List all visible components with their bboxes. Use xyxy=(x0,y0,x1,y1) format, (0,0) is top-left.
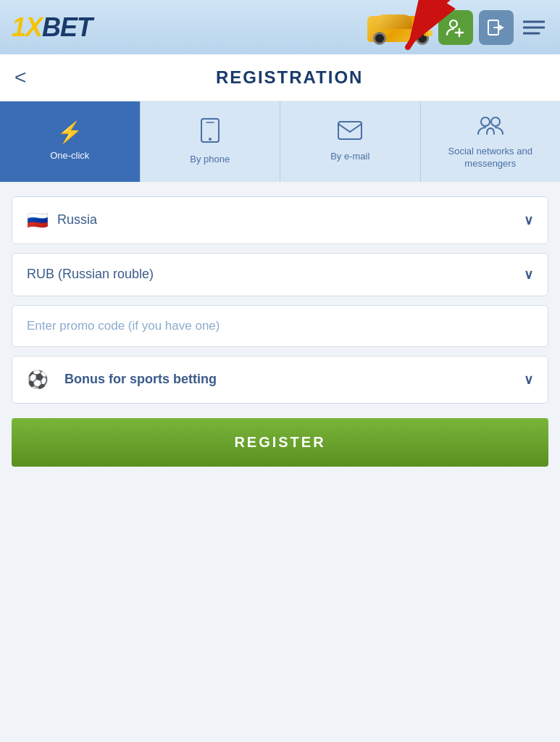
svg-point-11 xyxy=(209,138,212,141)
soccer-ball-icon: ⚽ xyxy=(27,370,49,390)
registration-tabs: ⚡ One-click By phone By e-mail xyxy=(0,101,560,182)
phone-icon xyxy=(201,118,220,146)
bonus-label: Bonus for sports betting xyxy=(64,372,217,387)
login-button[interactable] xyxy=(479,10,514,45)
bonus-selector-left: ⚽ Bonus for sports betting xyxy=(27,370,217,390)
page-title: REGISTRATION xyxy=(33,67,546,88)
currency-selector[interactable]: RUB (Russian rouble) ∨ xyxy=(12,253,548,296)
currency-selector-left: RUB (Russian rouble) xyxy=(27,267,154,282)
header-buttons xyxy=(438,10,548,45)
promo-code-field[interactable]: Enter promo code (if you have one) xyxy=(12,305,548,347)
currency-chevron-icon: ∨ xyxy=(524,267,533,283)
russia-flag: 🇷🇺 xyxy=(27,210,49,230)
form-area: 🇷🇺 Russia ∨ RUB (Russian rouble) ∨ Enter… xyxy=(0,182,560,481)
tab-by-email-label: By e-mail xyxy=(330,151,369,163)
country-chevron-icon: ∨ xyxy=(524,212,533,228)
country-label: Russia xyxy=(57,212,97,228)
svg-rect-12 xyxy=(204,125,217,137)
tab-social-label: Social networks and messengers xyxy=(427,146,555,170)
menu-button[interactable] xyxy=(519,10,548,45)
promo-placeholder: Enter promo code (if you have one) xyxy=(27,319,220,333)
tab-by-phone[interactable]: By phone xyxy=(141,101,281,182)
email-icon xyxy=(338,121,362,143)
register-button[interactable]: REGISTER xyxy=(12,418,548,467)
social-icon xyxy=(477,114,504,138)
svg-point-15 xyxy=(491,117,500,126)
currency-label: RUB (Russian rouble) xyxy=(27,267,154,282)
country-selector-left: 🇷🇺 Russia xyxy=(27,210,97,230)
page-title-bar: < REGISTRATION xyxy=(0,54,560,101)
lightning-icon: ⚡ xyxy=(57,122,83,143)
header: 1XBET xyxy=(0,0,560,54)
logo: 1XBET xyxy=(12,12,92,43)
svg-point-14 xyxy=(481,117,490,126)
profile-button[interactable] xyxy=(438,10,473,45)
tab-one-click[interactable]: ⚡ One-click xyxy=(0,101,141,182)
tab-social[interactable]: Social networks and messengers xyxy=(421,101,561,182)
tab-one-click-label: One-click xyxy=(50,150,89,162)
country-selector[interactable]: 🇷🇺 Russia ∨ xyxy=(12,196,548,244)
svg-point-0 xyxy=(450,20,457,28)
tab-by-phone-label: By phone xyxy=(190,154,230,166)
bonus-chevron-icon: ∨ xyxy=(524,372,533,388)
bonus-selector[interactable]: ⚽ Bonus for sports betting ∨ xyxy=(12,356,548,404)
svg-rect-13 xyxy=(338,122,362,139)
car-decoration xyxy=(367,7,432,48)
back-button[interactable]: < xyxy=(14,67,26,88)
tab-by-email[interactable]: By e-mail xyxy=(280,101,421,182)
